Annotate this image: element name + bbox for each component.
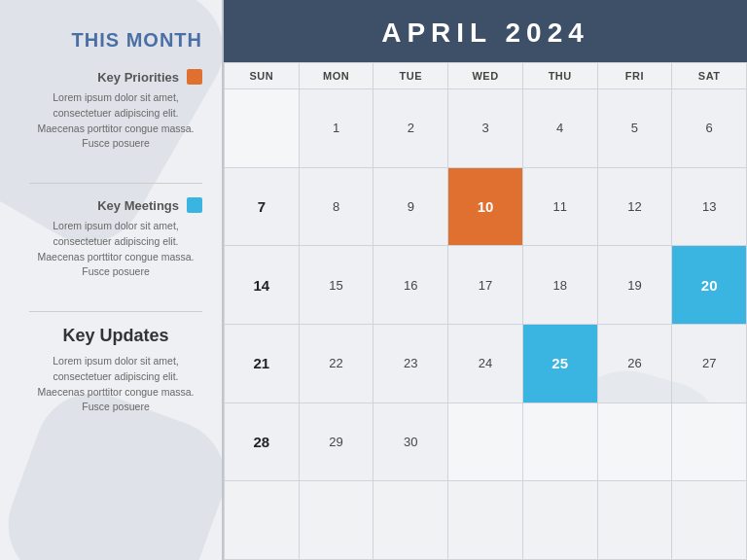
meetings-header: Key Meetings <box>29 197 202 213</box>
day-cell-9: 9 <box>374 168 448 247</box>
day-cell-11: 11 <box>523 168 598 247</box>
day-cell-30: 30 <box>374 403 448 482</box>
day-cell-18: 18 <box>523 246 598 325</box>
day-cell-20: 20 <box>672 246 747 325</box>
day-cell-29: 29 <box>300 403 374 482</box>
priorities-body: Lorem ipsum dolor sit amet, consectetuer… <box>29 90 202 152</box>
calendar-grid: SUNMONTUEWEDTHUFRISAT1234567891011121314… <box>224 62 747 560</box>
day-header-thu: THU <box>523 63 598 89</box>
calendar-header: APRIL 2024 <box>224 0 747 62</box>
day-cell-13: 13 <box>672 168 747 247</box>
updates-title: Key Updates <box>29 326 202 346</box>
priorities-header: Key Priorities <box>29 69 202 85</box>
day-cell-21: 21 <box>225 325 300 403</box>
day-cell-empty-4-5 <box>598 403 673 482</box>
day-header-sun: SUN <box>225 63 300 89</box>
day-cell-26: 26 <box>598 325 673 403</box>
day-cell-3: 3 <box>448 89 523 168</box>
day-cell-empty-4-3 <box>448 403 523 482</box>
divider-1 <box>29 183 202 184</box>
day-cell-14: 14 <box>225 246 300 325</box>
day-cell-8: 8 <box>300 168 374 247</box>
day-cell-17: 17 <box>448 246 523 325</box>
day-cell-empty-5-4 <box>523 481 598 560</box>
meetings-color-badge <box>187 197 202 213</box>
day-cell-1: 1 <box>300 89 374 168</box>
day-cell-empty-5-2 <box>374 481 448 560</box>
day-cell-empty-0-0 <box>225 89 300 168</box>
day-cell-28: 28 <box>225 403 300 482</box>
day-header-tue: TUE <box>374 63 448 89</box>
day-cell-4: 4 <box>523 89 598 168</box>
day-header-sat: SAT <box>672 63 747 89</box>
updates-section: Key Updates Lorem ipsum dolor sit amet, … <box>29 326 202 415</box>
day-cell-empty-4-4 <box>523 403 598 482</box>
day-cell-25: 25 <box>523 325 598 403</box>
day-cell-empty-5-6 <box>672 481 747 560</box>
day-cell-empty-5-3 <box>448 481 523 560</box>
day-cell-empty-5-5 <box>598 481 673 560</box>
day-cell-5: 5 <box>598 89 673 168</box>
day-cell-23: 23 <box>374 325 448 403</box>
meetings-label: Key Meetings <box>97 198 179 213</box>
meetings-section: Key Meetings Lorem ipsum dolor sit amet,… <box>29 197 202 280</box>
day-cell-7: 7 <box>225 168 300 247</box>
day-header-wed: WED <box>448 63 523 89</box>
day-cell-24: 24 <box>448 325 523 403</box>
day-cell-empty-5-1 <box>300 481 374 560</box>
day-cell-2: 2 <box>374 89 448 168</box>
priorities-label: Key Priorities <box>97 70 179 85</box>
meetings-body: Lorem ipsum dolor sit amet, consectetuer… <box>29 219 202 280</box>
day-header-fri: FRI <box>598 63 673 89</box>
day-cell-12: 12 <box>598 168 673 247</box>
day-header-mon: MON <box>300 63 374 89</box>
day-cell-10: 10 <box>448 168 523 247</box>
day-cell-6: 6 <box>672 89 747 168</box>
day-cell-19: 19 <box>598 246 673 325</box>
day-cell-empty-5-0 <box>225 481 300 560</box>
sidebar: THIS MONTH Key Priorities Lorem ipsum do… <box>0 0 224 560</box>
priorities-color-badge <box>187 69 202 85</box>
priorities-section: Key Priorities Lorem ipsum dolor sit ame… <box>29 69 202 152</box>
updates-body: Lorem ipsum dolor sit amet, consectetuer… <box>29 354 202 415</box>
sidebar-title: THIS MONTH <box>29 29 202 52</box>
day-cell-27: 27 <box>672 325 747 403</box>
calendar-area: APRIL 2024 SUNMONTUEWEDTHUFRISAT12345678… <box>224 0 747 560</box>
day-cell-16: 16 <box>374 246 448 325</box>
main-container: THIS MONTH Key Priorities Lorem ipsum do… <box>0 0 747 560</box>
divider-2 <box>29 311 202 312</box>
day-cell-empty-4-6 <box>672 403 747 482</box>
day-cell-22: 22 <box>300 325 374 403</box>
day-cell-15: 15 <box>300 246 374 325</box>
